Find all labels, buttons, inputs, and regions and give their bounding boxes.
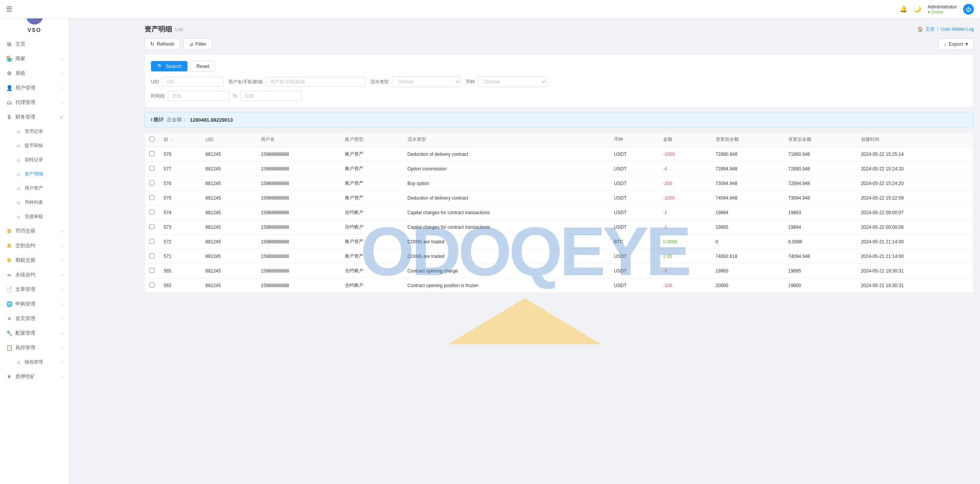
sidebar-item-finance-mgmt[interactable]: $ 财务管理 ∨ (0, 110, 69, 124)
uid-input[interactable] (162, 77, 224, 87)
row-before-balance: 72890.948 (711, 147, 784, 162)
stats-total-label: 总金额： (167, 116, 187, 123)
flow-type-filter: 流水类型 Choose (370, 76, 461, 87)
row-coin: USDT (609, 249, 658, 264)
reset-button[interactable]: Reset (191, 61, 215, 72)
export-button[interactable]: ↓ Export ▾ (938, 38, 974, 50)
sidebar-item-content-mgmt[interactable]: 📄 文章管理 › (0, 282, 69, 297)
row-account-type: 合约账户 (340, 205, 403, 220)
row-uid: 881245 (201, 235, 256, 249)
sidebar-item-risk-mgmt[interactable]: 📋 风控管理 › (0, 340, 69, 355)
row-checkbox-cell (145, 278, 159, 293)
sidebar-item-wallet-mgmt[interactable]: ○ 钱包管理 › (0, 355, 69, 369)
sidebar-item-agent-mgmt[interactable]: 🗂 代理管理 › (0, 95, 69, 110)
row-username: 15988888888 (256, 264, 340, 278)
row-flow-type: Contract opening charge (403, 264, 610, 278)
hamburger-icon[interactable]: ☰ (6, 5, 12, 13)
chevron-right-icon: › (61, 302, 63, 306)
risk-icon: 📋 (6, 345, 12, 351)
row-id: 574 (159, 205, 201, 220)
sidebar-menu: ⊞ 主页 🏪 商家 › ⚙ 系统 › 👤 用户管理 › 🗂 代理管理 › $ 财… (0, 37, 69, 484)
power-button[interactable]: ⏻ (963, 4, 974, 15)
circle-icon: ○ (15, 359, 22, 365)
table-row: 563 881245 15988888888 合约账户 Contract ope… (145, 278, 973, 293)
top-bar-right: 🔔 🌙 Administrator ● Online ⏻ (900, 4, 974, 15)
chevron-right-icon: › (61, 273, 63, 277)
sidebar-item-recharge-log[interactable]: ○ 充币记录 (0, 124, 69, 139)
row-checkbox[interactable] (149, 239, 154, 244)
sidebar-item-options-trade[interactable]: B 期权交易 › (0, 253, 69, 268)
user-input[interactable] (266, 77, 366, 87)
theme-icon[interactable]: 🌙 (914, 5, 921, 13)
row-id: 578 (159, 147, 201, 162)
home-icon: ⊞ (6, 41, 12, 47)
main-content: 资产明细 List 🏠 主页 / User-Wallet-Log ↻ Refre… (138, 18, 980, 484)
row-checkbox[interactable] (149, 166, 154, 171)
row-checkbox[interactable] (149, 253, 154, 258)
options-icon: B (6, 257, 12, 263)
row-checkbox[interactable] (149, 180, 154, 185)
sidebar-item-homepage-mgmt[interactable]: ≡ 首页管理 › (0, 311, 69, 326)
row-flow-type: COINS are traded (403, 235, 610, 249)
row-checkbox[interactable] (149, 210, 154, 215)
row-created-at: 2024-05-22 08:00:07 (856, 205, 973, 220)
row-checkbox-cell (145, 249, 159, 264)
sidebar-item-system[interactable]: ⚙ 系统 › (0, 66, 69, 81)
row-checkbox[interactable] (149, 268, 154, 273)
sidebar-label: 风控管理 (15, 344, 58, 351)
row-coin: USDT (609, 147, 658, 162)
sidebar-item-recharge-audit[interactable]: ○ 充值审核 (0, 210, 69, 224)
chevron-right-icon: › (61, 375, 63, 379)
user-info[interactable]: Administrator ● Online (927, 4, 957, 14)
sidebar-item-contract-trade[interactable]: B 交割合约 › (0, 238, 69, 253)
row-flow-type: COINS are traded (403, 249, 610, 264)
sidebar-item-mining[interactable]: ¥ 质押挖矿 › (0, 369, 69, 384)
time-from-input[interactable] (168, 91, 229, 101)
coin-select[interactable]: Choose (478, 76, 547, 87)
row-checkbox[interactable] (149, 151, 154, 156)
sidebar-label: 系统 (15, 70, 58, 77)
export-label: Export (948, 41, 963, 47)
sidebar-item-merchant[interactable]: 🏪 商家 › (0, 51, 69, 66)
perpetual-icon: ∞ (6, 272, 12, 278)
sidebar-label: 财务管理 (15, 114, 57, 121)
row-after-balance: 74094.948 (784, 249, 856, 264)
breadcrumb-home[interactable]: 主页 (925, 26, 935, 33)
time-to-input[interactable] (240, 91, 302, 101)
row-account-type: 账户资产 (340, 249, 403, 264)
contract-icon: B (6, 243, 12, 249)
sidebar-item-user-mgmt[interactable]: 👤 用户管理 › (0, 81, 69, 95)
sidebar-item-perpetual[interactable]: ∞ 永续合约 › (0, 268, 69, 282)
select-all-checkbox[interactable] (149, 137, 154, 142)
sidebar-item-transfer-log[interactable]: ○ 划转记录 (0, 153, 69, 167)
row-before-balance: 19895 (711, 220, 784, 235)
sidebar-item-config-mgmt[interactable]: 🔧 配置管理 › (0, 326, 69, 340)
col-after-balance: 变更后余额 (784, 132, 856, 147)
search-button[interactable]: 🔍 Search (151, 61, 187, 71)
stats-bar: i 统计 总金额： 1280481.88229013 (144, 112, 974, 127)
bell-icon[interactable]: 🔔 (900, 5, 907, 13)
sidebar-item-asset-detail[interactable]: ○ 资产明细 (0, 167, 69, 181)
home-icon: 🏠 (917, 26, 923, 32)
row-checkbox-cell (145, 264, 159, 278)
flow-type-select[interactable]: Choose (392, 76, 461, 87)
sidebar-item-user-assets[interactable]: ○ 用户资产 (0, 181, 69, 195)
sidebar-item-home[interactable]: ⊞ 主页 (0, 37, 69, 51)
sidebar-item-app-mgmt[interactable]: 🌐 申购管理 › (0, 297, 69, 311)
user-label: 用户名/手机/邮箱 (228, 79, 263, 85)
row-account-type: 合约账户 (340, 220, 403, 235)
row-checkbox[interactable] (149, 224, 154, 229)
sidebar-item-currency-trade[interactable]: B 币币交易 › (0, 224, 69, 238)
refresh-button[interactable]: ↻ Refresh (144, 38, 180, 50)
row-checkbox[interactable] (149, 195, 154, 200)
col-id[interactable]: ID ↑ (159, 132, 201, 147)
chevron-right-icon: › (61, 57, 63, 61)
sidebar-item-withdraw-audit[interactable]: ○ 提币审核 (0, 139, 69, 153)
table-body: 578 881245 15988888888 账户资产 Deduction of… (145, 147, 973, 293)
sidebar-item-coin-list[interactable]: ○ 币种列表 (0, 195, 69, 210)
row-checkbox[interactable] (149, 282, 154, 287)
search-actions: 🔍 Search Reset (151, 61, 967, 72)
row-checkbox-cell (145, 205, 159, 220)
filter-button[interactable]: ⊿ Filter (183, 38, 212, 50)
sidebar-label: 充币记录 (25, 128, 63, 135)
